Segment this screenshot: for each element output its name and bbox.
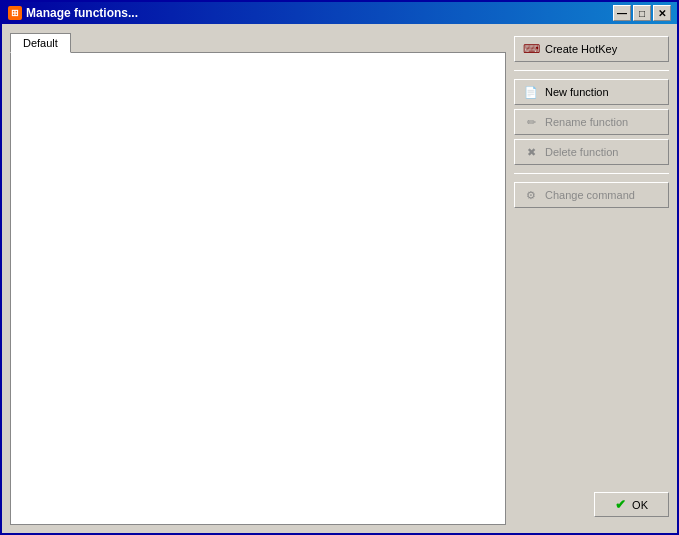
new-function-button[interactable]: New function xyxy=(514,79,669,105)
change-command-button[interactable]: Change command xyxy=(514,182,669,208)
command-button-group: Change command xyxy=(514,182,669,208)
new-icon xyxy=(523,84,539,100)
tab-bar: Default xyxy=(10,32,506,52)
window-title: Manage functions... xyxy=(26,6,138,20)
minimize-button[interactable]: — xyxy=(613,5,631,21)
delete-function-label: Delete function xyxy=(545,146,618,158)
delete-function-button[interactable]: Delete function xyxy=(514,139,669,165)
ok-check-icon: ✔ xyxy=(615,497,626,512)
ok-button[interactable]: ✔ OK xyxy=(594,492,669,517)
rename-function-label: Rename function xyxy=(545,116,628,128)
create-hotkey-label: Create HotKey xyxy=(545,43,617,55)
change-command-label: Change command xyxy=(545,189,635,201)
ok-area: ✔ OK xyxy=(514,492,669,525)
title-bar: ⊞ Manage functions... — □ ✕ xyxy=(2,2,677,24)
ok-label: OK xyxy=(632,499,648,511)
divider-2 xyxy=(514,173,669,174)
rename-function-button[interactable]: Rename function xyxy=(514,109,669,135)
window-body: Default Create HotKey New function xyxy=(2,24,677,533)
tab-default-label: Default xyxy=(23,37,58,49)
change-icon xyxy=(523,187,539,203)
delete-icon xyxy=(523,144,539,160)
tab-default[interactable]: Default xyxy=(10,33,71,53)
maximize-button[interactable]: □ xyxy=(633,5,651,21)
spacer xyxy=(514,212,669,488)
main-window: ⊞ Manage functions... — □ ✕ Default C xyxy=(0,0,679,535)
left-panel: Default xyxy=(10,32,506,525)
function-button-group: New function Rename function Delete func… xyxy=(514,79,669,165)
new-function-label: New function xyxy=(545,86,609,98)
window-icon: ⊞ xyxy=(8,6,22,20)
title-buttons: — □ ✕ xyxy=(613,5,671,21)
hotkey-icon xyxy=(523,41,539,57)
create-hotkey-button[interactable]: Create HotKey xyxy=(514,36,669,62)
divider-1 xyxy=(514,70,669,71)
top-button-group: Create HotKey xyxy=(514,36,669,62)
close-button[interactable]: ✕ xyxy=(653,5,671,21)
title-bar-left: ⊞ Manage functions... xyxy=(8,6,138,20)
right-panel: Create HotKey New function Rename functi… xyxy=(514,32,669,525)
rename-icon xyxy=(523,114,539,130)
content-area xyxy=(10,52,506,525)
